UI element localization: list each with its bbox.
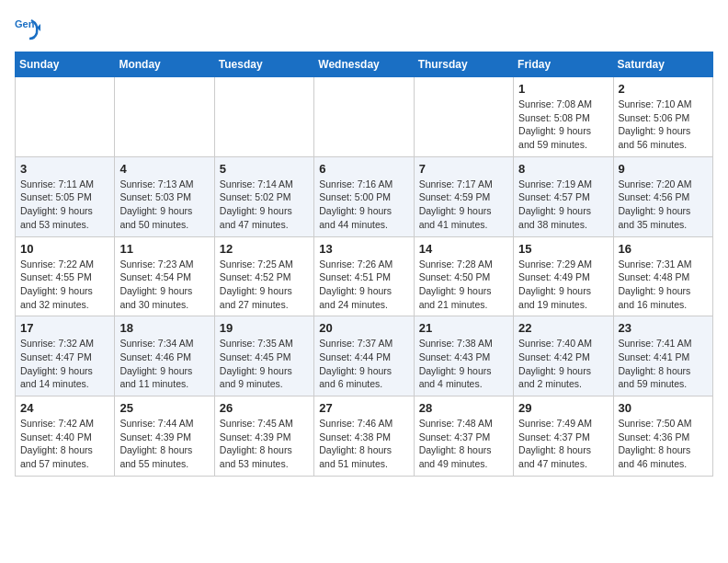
calendar-cell: 24Sunrise: 7:42 AM Sunset: 4:40 PM Dayli… bbox=[16, 396, 115, 477]
day-number: 5 bbox=[220, 162, 309, 176]
calendar-body: 1Sunrise: 7:08 AM Sunset: 5:08 PM Daylig… bbox=[16, 77, 713, 477]
day-info: Sunrise: 7:20 AM Sunset: 4:56 PM Dayligh… bbox=[619, 178, 708, 232]
weekday-thursday: Thursday bbox=[414, 52, 513, 77]
day-info: Sunrise: 7:28 AM Sunset: 4:50 PM Dayligh… bbox=[419, 258, 508, 312]
calendar-cell: 18Sunrise: 7:34 AM Sunset: 4:46 PM Dayli… bbox=[115, 316, 214, 396]
day-info: Sunrise: 7:13 AM Sunset: 5:03 PM Dayligh… bbox=[119, 178, 209, 232]
day-info: Sunrise: 7:23 AM Sunset: 4:54 PM Dayligh… bbox=[119, 258, 209, 312]
day-info: Sunrise: 7:50 AM Sunset: 4:36 PM Dayligh… bbox=[619, 417, 708, 471]
day-number: 7 bbox=[419, 162, 508, 176]
day-info: Sunrise: 7:38 AM Sunset: 4:43 PM Dayligh… bbox=[419, 337, 508, 391]
day-number: 24 bbox=[20, 401, 109, 415]
calendar-cell: 15Sunrise: 7:29 AM Sunset: 4:49 PM Dayli… bbox=[514, 236, 613, 316]
day-number: 8 bbox=[518, 162, 608, 176]
calendar-cell: 28Sunrise: 7:48 AM Sunset: 4:37 PM Dayli… bbox=[414, 396, 513, 477]
day-number: 29 bbox=[518, 401, 608, 415]
day-number: 19 bbox=[220, 321, 309, 335]
calendar-cell: 8Sunrise: 7:19 AM Sunset: 4:57 PM Daylig… bbox=[514, 156, 613, 236]
day-info: Sunrise: 7:11 AM Sunset: 5:05 PM Dayligh… bbox=[20, 178, 109, 232]
calendar-cell: 27Sunrise: 7:46 AM Sunset: 4:38 PM Dayli… bbox=[314, 396, 414, 477]
day-info: Sunrise: 7:31 AM Sunset: 4:48 PM Dayligh… bbox=[619, 258, 708, 312]
day-info: Sunrise: 7:46 AM Sunset: 4:38 PM Dayligh… bbox=[319, 417, 408, 471]
weekday-wednesday: Wednesday bbox=[314, 52, 414, 77]
logo: Gen bbox=[15, 15, 44, 40]
calendar-row-0: 1Sunrise: 7:08 AM Sunset: 5:08 PM Daylig… bbox=[16, 77, 713, 157]
day-number: 27 bbox=[319, 401, 408, 415]
day-number: 15 bbox=[518, 242, 608, 256]
day-number: 4 bbox=[119, 162, 209, 176]
day-info: Sunrise: 7:49 AM Sunset: 4:37 PM Dayligh… bbox=[518, 417, 608, 471]
calendar-row-2: 10Sunrise: 7:22 AM Sunset: 4:55 PM Dayli… bbox=[16, 236, 713, 316]
calendar-cell: 6Sunrise: 7:16 AM Sunset: 5:00 PM Daylig… bbox=[314, 156, 414, 236]
day-number: 16 bbox=[619, 242, 708, 256]
calendar-row-4: 24Sunrise: 7:42 AM Sunset: 4:40 PM Dayli… bbox=[16, 396, 713, 477]
calendar-cell: 23Sunrise: 7:41 AM Sunset: 4:41 PM Dayli… bbox=[613, 316, 712, 396]
day-number: 25 bbox=[119, 401, 209, 415]
calendar-cell: 16Sunrise: 7:31 AM Sunset: 4:48 PM Dayli… bbox=[613, 236, 712, 316]
weekday-tuesday: Tuesday bbox=[214, 52, 313, 77]
day-number: 2 bbox=[619, 82, 708, 96]
day-info: Sunrise: 7:17 AM Sunset: 4:59 PM Dayligh… bbox=[419, 178, 508, 232]
calendar-cell: 13Sunrise: 7:26 AM Sunset: 4:51 PM Dayli… bbox=[314, 236, 414, 316]
day-info: Sunrise: 7:37 AM Sunset: 4:44 PM Dayligh… bbox=[319, 337, 408, 391]
day-info: Sunrise: 7:29 AM Sunset: 4:49 PM Dayligh… bbox=[518, 258, 608, 312]
day-number: 3 bbox=[20, 162, 109, 176]
calendar-cell bbox=[214, 77, 313, 157]
day-info: Sunrise: 7:22 AM Sunset: 4:55 PM Dayligh… bbox=[20, 258, 109, 312]
day-info: Sunrise: 7:08 AM Sunset: 5:08 PM Dayligh… bbox=[518, 98, 608, 152]
day-number: 14 bbox=[419, 242, 508, 256]
calendar-cell: 30Sunrise: 7:50 AM Sunset: 4:36 PM Dayli… bbox=[613, 396, 712, 477]
calendar-cell: 11Sunrise: 7:23 AM Sunset: 4:54 PM Dayli… bbox=[115, 236, 214, 316]
day-number: 6 bbox=[319, 162, 408, 176]
day-number: 9 bbox=[619, 162, 708, 176]
calendar-cell: 1Sunrise: 7:08 AM Sunset: 5:08 PM Daylig… bbox=[514, 77, 613, 157]
weekday-sunday: Sunday bbox=[16, 52, 115, 77]
day-info: Sunrise: 7:26 AM Sunset: 4:51 PM Dayligh… bbox=[319, 258, 408, 312]
day-number: 28 bbox=[419, 401, 508, 415]
day-info: Sunrise: 7:16 AM Sunset: 5:00 PM Dayligh… bbox=[319, 178, 408, 232]
day-number: 18 bbox=[119, 321, 209, 335]
calendar-cell bbox=[314, 77, 414, 157]
weekday-monday: Monday bbox=[115, 52, 214, 77]
day-info: Sunrise: 7:41 AM Sunset: 4:41 PM Dayligh… bbox=[619, 337, 708, 391]
calendar-cell: 26Sunrise: 7:45 AM Sunset: 4:39 PM Dayli… bbox=[214, 396, 313, 477]
calendar-cell: 25Sunrise: 7:44 AM Sunset: 4:39 PM Dayli… bbox=[115, 396, 214, 477]
day-info: Sunrise: 7:44 AM Sunset: 4:39 PM Dayligh… bbox=[119, 417, 209, 471]
calendar-cell: 29Sunrise: 7:49 AM Sunset: 4:37 PM Dayli… bbox=[514, 396, 613, 477]
calendar-cell: 2Sunrise: 7:10 AM Sunset: 5:06 PM Daylig… bbox=[613, 77, 712, 157]
calendar-row-1: 3Sunrise: 7:11 AM Sunset: 5:05 PM Daylig… bbox=[16, 156, 713, 236]
calendar-cell: 9Sunrise: 7:20 AM Sunset: 4:56 PM Daylig… bbox=[613, 156, 712, 236]
day-number: 23 bbox=[619, 321, 708, 335]
logo-icon: Gen bbox=[15, 15, 40, 40]
day-number: 22 bbox=[518, 321, 608, 335]
day-info: Sunrise: 7:25 AM Sunset: 4:52 PM Dayligh… bbox=[220, 258, 309, 312]
calendar-cell: 4Sunrise: 7:13 AM Sunset: 5:03 PM Daylig… bbox=[115, 156, 214, 236]
calendar-cell: 5Sunrise: 7:14 AM Sunset: 5:02 PM Daylig… bbox=[214, 156, 313, 236]
day-info: Sunrise: 7:40 AM Sunset: 4:42 PM Dayligh… bbox=[518, 337, 608, 391]
calendar-cell: 20Sunrise: 7:37 AM Sunset: 4:44 PM Dayli… bbox=[314, 316, 414, 396]
day-info: Sunrise: 7:14 AM Sunset: 5:02 PM Dayligh… bbox=[220, 178, 309, 232]
day-number: 17 bbox=[20, 321, 109, 335]
day-number: 20 bbox=[319, 321, 408, 335]
calendar-cell bbox=[16, 77, 115, 157]
calendar-cell bbox=[414, 77, 513, 157]
day-number: 11 bbox=[119, 242, 209, 256]
day-info: Sunrise: 7:45 AM Sunset: 4:39 PM Dayligh… bbox=[220, 417, 309, 471]
calendar-cell: 22Sunrise: 7:40 AM Sunset: 4:42 PM Dayli… bbox=[514, 316, 613, 396]
weekday-saturday: Saturday bbox=[613, 52, 712, 77]
calendar-cell: 7Sunrise: 7:17 AM Sunset: 4:59 PM Daylig… bbox=[414, 156, 513, 236]
day-info: Sunrise: 7:10 AM Sunset: 5:06 PM Dayligh… bbox=[619, 98, 708, 152]
day-info: Sunrise: 7:35 AM Sunset: 4:45 PM Dayligh… bbox=[220, 337, 309, 391]
day-info: Sunrise: 7:32 AM Sunset: 4:47 PM Dayligh… bbox=[20, 337, 109, 391]
day-number: 21 bbox=[419, 321, 508, 335]
day-info: Sunrise: 7:48 AM Sunset: 4:37 PM Dayligh… bbox=[419, 417, 508, 471]
calendar-cell: 14Sunrise: 7:28 AM Sunset: 4:50 PM Dayli… bbox=[414, 236, 513, 316]
day-number: 26 bbox=[220, 401, 309, 415]
day-number: 10 bbox=[20, 242, 109, 256]
calendar-table: SundayMondayTuesdayWednesdayThursdayFrid… bbox=[15, 52, 713, 477]
day-number: 13 bbox=[319, 242, 408, 256]
weekday-header-row: SundayMondayTuesdayWednesdayThursdayFrid… bbox=[16, 52, 713, 77]
day-number: 1 bbox=[518, 82, 608, 96]
day-info: Sunrise: 7:42 AM Sunset: 4:40 PM Dayligh… bbox=[20, 417, 109, 471]
calendar-cell bbox=[115, 77, 214, 157]
